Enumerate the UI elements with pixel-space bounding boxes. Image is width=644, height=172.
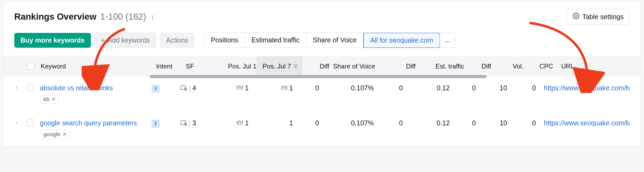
table-settings-button[interactable]: Table settings <box>566 9 630 25</box>
svg-line-6 <box>186 90 187 91</box>
tab-all-for-domain[interactable]: All for seoquake.com <box>363 33 440 48</box>
keyword-link[interactable]: google search query parameters <box>40 119 137 127</box>
table-settings-label: Table settings <box>582 13 624 21</box>
est-traffic: 0.12 <box>403 119 450 127</box>
url-link[interactable]: https://www.seoquake.com/b <box>544 84 630 92</box>
volume: 10 <box>476 84 507 92</box>
title-range: 1-100 (162) <box>100 12 146 22</box>
sf-count[interactable]: 3 <box>192 119 196 128</box>
diff-sov: 0 <box>382 84 403 92</box>
diff-pos: 0 <box>293 119 319 127</box>
select-all-checkbox[interactable] <box>27 63 34 70</box>
col-keyword[interactable]: Keyword <box>41 63 156 70</box>
col-volume[interactable]: Vol. <box>491 63 523 70</box>
tab-positions[interactable]: Positions <box>204 33 245 48</box>
row-checkbox[interactable] <box>27 119 34 126</box>
keyword-link[interactable]: absolute vs relative links <box>40 84 113 92</box>
col-share-of-voice[interactable]: Share of Voice <box>329 63 394 70</box>
sf-count[interactable]: 4 <box>192 84 196 93</box>
diff-est: 0 <box>450 84 476 92</box>
col-sf[interactable]: SF <box>186 63 216 70</box>
volume: 10 <box>476 119 507 127</box>
tab-share-of-voice[interactable]: Share of Voice <box>306 33 364 48</box>
buy-keywords-button[interactable]: Buy more keywords <box>14 33 91 48</box>
col-intent[interactable]: Intent <box>156 63 186 70</box>
remove-tag-icon[interactable]: ✕ <box>52 96 56 102</box>
tab-estimated-traffic[interactable]: Estimated traffic <box>245 33 306 48</box>
url-link[interactable]: https://www.seoquake.com/b <box>544 119 630 127</box>
page-title-wrap: Rankings Overview 1-100 (162) i <box>14 12 153 22</box>
svg-point-0 <box>575 15 577 17</box>
cpc: 0 <box>507 119 536 127</box>
table-header: Keyword Intent SF Pos. Jul 1 Pos. Jul 7 … <box>4 56 640 77</box>
chevron-right-icon[interactable]: › <box>15 84 17 91</box>
tab-more[interactable]: ... <box>440 33 455 48</box>
col-cpc[interactable]: CPC <box>523 63 553 70</box>
col-est-traffic[interactable]: Est. traffic <box>416 63 464 70</box>
col-url[interactable]: URL <box>553 63 630 70</box>
diff-pos: 0 <box>293 84 319 92</box>
gear-icon <box>573 12 580 21</box>
svg-line-9 <box>186 125 187 126</box>
add-keywords-button[interactable]: + Add keywords <box>95 33 156 48</box>
serp-features-icon[interactable] <box>180 85 187 92</box>
sort-icon <box>293 63 298 70</box>
serp-features-icon[interactable] <box>180 120 187 128</box>
info-icon[interactable]: i <box>150 13 153 22</box>
col-diff-pos[interactable]: Diff <box>302 63 329 70</box>
crown-icon <box>236 119 243 127</box>
page-title: Rankings Overview <box>14 12 96 22</box>
crown-icon <box>236 84 243 92</box>
chevron-right-icon[interactable]: › <box>15 119 17 126</box>
cpc: 0 <box>507 84 536 92</box>
plus-icon: + <box>101 36 105 44</box>
actions-button[interactable]: Actions <box>160 33 194 48</box>
pos-jul7: 1 <box>249 84 293 92</box>
share-of-voice: 0.107% <box>319 119 382 127</box>
svg-rect-7 <box>181 121 186 125</box>
intent-badge: I <box>152 120 160 128</box>
col-diff-est[interactable]: Diff <box>464 63 491 70</box>
svg-rect-4 <box>181 86 186 90</box>
keyword-tag[interactable]: google ✕ <box>40 130 70 139</box>
remove-tag-icon[interactable]: ✕ <box>63 131 67 137</box>
pos-jul7: 1 <box>249 119 293 127</box>
col-pos-jul1[interactable]: Pos. Jul 1 <box>216 63 256 70</box>
share-of-voice: 0.107% <box>319 84 382 92</box>
intent-badge: I <box>152 85 160 93</box>
col-diff-sov[interactable]: Diff <box>394 63 416 70</box>
diff-sov: 0 <box>382 119 403 127</box>
table-row: › absolute vs relative links kb ✕ I | 4 … <box>4 77 640 112</box>
col-pos-jul7[interactable]: Pos. Jul 7 <box>256 56 302 77</box>
table-row: › google search query parameters google … <box>4 112 640 147</box>
metric-tabs: Positions Estimated traffic Share of Voi… <box>204 33 455 48</box>
est-traffic: 0.12 <box>403 84 450 92</box>
pos-jul1: 1 <box>210 119 249 127</box>
diff-est: 0 <box>450 119 476 127</box>
crown-icon <box>281 84 288 92</box>
pos-jul1: 1 <box>210 84 249 92</box>
row-checkbox[interactable] <box>27 84 34 91</box>
keyword-tag[interactable]: kb ✕ <box>40 95 59 104</box>
